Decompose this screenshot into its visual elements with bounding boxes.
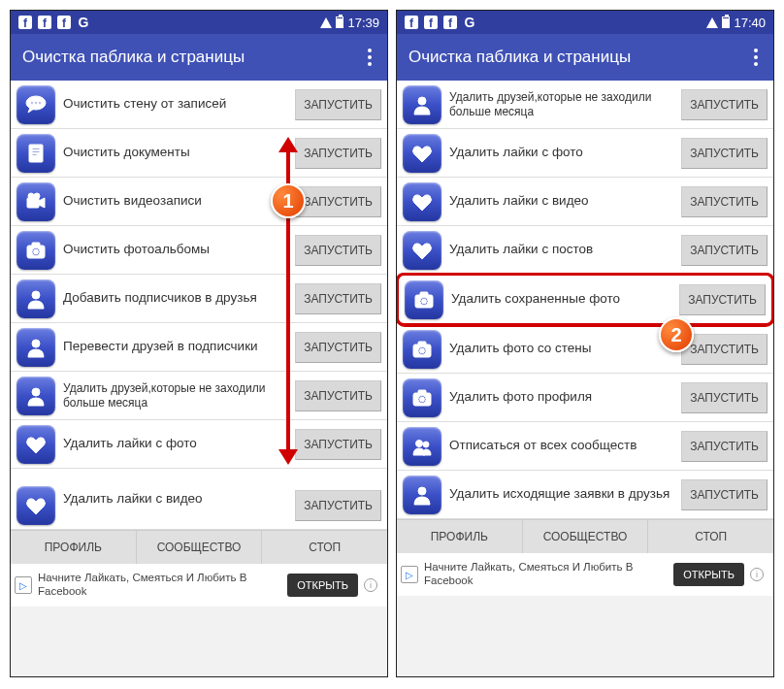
list-row: Удалить лайки с видеоЗАПУСТИТЬ (11, 469, 387, 530)
row-label: Очистить фотоальбомы (63, 242, 287, 257)
ad-open-button[interactable]: ОТКРЫТЬ (287, 574, 358, 597)
tab-stop[interactable]: СТОП (648, 520, 773, 553)
list-row: Очистить фотоальбомыЗАПУСТИТЬ (11, 226, 387, 275)
camera-icon (405, 280, 443, 319)
video-icon (16, 182, 55, 221)
run-button[interactable]: ЗАПУСТИТЬ (681, 479, 768, 510)
list-row: Удалить исходящие заявки в друзьяЗАПУСТИ… (397, 471, 773, 519)
google-icon (463, 16, 476, 29)
run-button[interactable]: ЗАПУСТИТЬ (295, 490, 381, 521)
run-button[interactable]: ЗАПУСТИТЬ (681, 334, 768, 365)
row-label: Удалить лайки с фото (449, 145, 673, 160)
run-button[interactable]: ЗАПУСТИТЬ (295, 235, 381, 266)
fb-icon (38, 16, 51, 29)
run-button[interactable]: ЗАПУСТИТЬ (681, 89, 768, 120)
run-button[interactable]: ЗАПУСТИТЬ (295, 186, 381, 217)
row-label: Отписаться от всех сообществ (449, 438, 673, 453)
annotation-arrow-down (278, 449, 298, 465)
list-row: Очистить видеозаписиЗАПУСТИТЬ (11, 178, 387, 226)
row-label: Удалить сохраненные фото (451, 291, 671, 307)
tab-community[interactable]: СООБЩЕСТВО (137, 531, 263, 564)
clock: 17:40 (734, 16, 766, 30)
row-label: Удалить исходящие заявки в друзья (449, 486, 673, 502)
camera-icon (403, 330, 441, 369)
doc-icon (16, 134, 55, 173)
run-button[interactable]: ЗАПУСТИТЬ (681, 235, 768, 266)
people-icon (403, 427, 441, 466)
run-button[interactable]: ЗАПУСТИТЬ (681, 431, 768, 462)
ad-info-icon[interactable]: i (750, 568, 764, 581)
row-label: Очистить видеозаписи (63, 193, 287, 209)
heart-icon (16, 425, 55, 464)
list-row: Удалить друзей,которые не заходили больш… (11, 372, 387, 420)
ad-banner[interactable]: ▷ Начните Лайкать, Смеяться И Любить В F… (397, 553, 773, 596)
battery-icon (336, 16, 343, 28)
signal-icon (320, 17, 332, 28)
statusbar: 17:39 (11, 11, 387, 34)
run-button[interactable]: ЗАПУСТИТЬ (295, 380, 381, 411)
list-row: Очистить стену от записейЗАПУСТИТЬ (11, 81, 387, 129)
row-label: Удалить лайки с постов (449, 242, 673, 257)
run-button[interactable]: ЗАПУСТИТЬ (679, 284, 766, 315)
run-button[interactable]: ЗАПУСТИТЬ (295, 283, 381, 314)
ad-text: Начните Лайкать, Смеяться И Любить В Fac… (424, 561, 673, 588)
ad-open-button[interactable]: ОТКРЫТЬ (673, 563, 744, 586)
person-icon (403, 476, 441, 514)
signal-icon (706, 17, 718, 28)
run-button[interactable]: ЗАПУСТИТЬ (295, 89, 381, 120)
appbar: Очистка паблика и страницы (11, 34, 387, 81)
run-button[interactable]: ЗАПУСТИТЬ (295, 138, 381, 169)
fb-icon (18, 16, 32, 29)
fb-icon (424, 16, 438, 29)
ad-info-icon[interactable]: i (364, 578, 377, 592)
menu-button[interactable] (750, 45, 762, 70)
list-row: Очистить документыЗАПУСТИТЬ (11, 129, 387, 178)
row-label: Удалить лайки с видео (63, 491, 287, 507)
tab-community[interactable]: СООБЩЕСТВО (523, 520, 649, 553)
ad-marker-icon: ▷ (15, 576, 32, 594)
heart-icon (16, 486, 55, 525)
app-title: Очистка паблика и страницы (22, 48, 245, 67)
ad-banner[interactable]: ▷ Начните Лайкать, Смеяться И Любить В F… (11, 564, 387, 607)
run-button[interactable]: ЗАПУСТИТЬ (295, 332, 381, 363)
run-button[interactable]: ЗАПУСТИТЬ (295, 429, 381, 460)
tab-profile[interactable]: ПРОФИЛЬ (11, 531, 137, 564)
list-row: Отписаться от всех сообществЗАПУСТИТЬ (397, 422, 773, 471)
heart-icon (403, 182, 441, 221)
person-icon (403, 85, 441, 124)
list-row: Удалить лайки с фотоЗАПУСТИТЬ (11, 420, 387, 469)
row-label: Удалить друзей,которые не заходили больш… (63, 381, 287, 410)
row-label: Удалить лайки с фото (63, 436, 287, 451)
menu-button[interactable] (364, 45, 376, 70)
screenshot-left: 17:39 Очистка паблика и страницы Очистит… (10, 10, 388, 677)
person-icon (16, 328, 55, 367)
list-row: Удалить лайки с видеоЗАПУСТИТЬ (397, 178, 773, 226)
ad-marker-icon: ▷ (401, 566, 418, 583)
list-row: Удалить фото со стеныЗАПУСТИТЬ (397, 325, 773, 374)
list-row: Удалить лайки с фотоЗАПУСТИТЬ (397, 129, 773, 178)
row-label: Удалить фото профиля (449, 389, 673, 405)
run-button[interactable]: ЗАПУСТИТЬ (681, 138, 768, 169)
person-icon (16, 279, 55, 318)
fb-icon (443, 16, 457, 29)
tab-profile[interactable]: ПРОФИЛЬ (397, 520, 523, 553)
google-icon (77, 16, 90, 29)
actions-list: Удалить друзей,которые не заходили больш… (397, 81, 773, 519)
chat-icon (16, 85, 55, 124)
app-title: Очистка паблика и страницы (408, 48, 631, 67)
list-row: Удалить друзей,которые не заходили больш… (397, 81, 773, 129)
screenshot-right: 17:40 Очистка паблика и страницы Удалить… (396, 10, 774, 677)
battery-icon (722, 16, 730, 28)
heart-icon (403, 231, 441, 270)
list-row: Удалить лайки с постовЗАПУСТИТЬ (397, 226, 773, 275)
bottom-tabs: ПРОФИЛЬ СООБЩЕСТВО СТОП (11, 530, 387, 564)
run-button[interactable]: ЗАПУСТИТЬ (681, 382, 768, 413)
bottom-tabs: ПРОФИЛЬ СООБЩЕСТВО СТОП (397, 519, 773, 553)
row-label: Удалить друзей,которые не заходили больш… (449, 90, 673, 118)
run-button[interactable]: ЗАПУСТИТЬ (681, 186, 768, 217)
tab-stop[interactable]: СТОП (262, 531, 387, 564)
heart-icon (403, 134, 441, 173)
row-label: Добавить подписчиков в друзья (63, 290, 287, 306)
row-label: Очистить документы (63, 145, 287, 160)
camera-icon (403, 378, 441, 417)
